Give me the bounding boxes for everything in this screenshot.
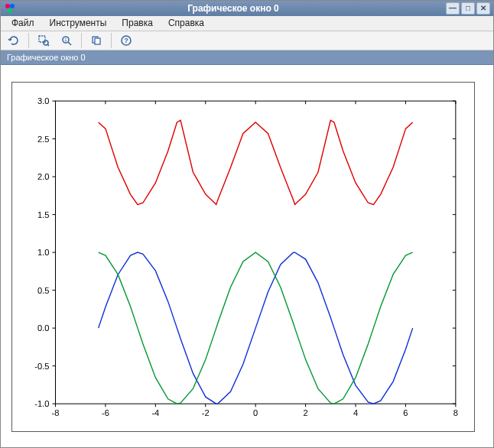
svg-text:2.5: 2.5 <box>37 134 49 143</box>
svg-text:3.0: 3.0 <box>37 96 49 106</box>
zoom-original-icon[interactable]: 1 <box>58 32 75 49</box>
svg-text:0: 0 <box>253 408 258 417</box>
svg-text:-2: -2 <box>202 408 210 417</box>
svg-text:?: ? <box>124 37 128 44</box>
svg-point-0 <box>5 4 10 8</box>
svg-text:1.5: 1.5 <box>37 209 49 219</box>
svg-text:6: 6 <box>403 408 408 417</box>
svg-point-1 <box>10 4 15 8</box>
content-area: -8-6-4-202468-1.0-0.50.00.51.01.52.02.53… <box>1 65 493 447</box>
svg-text:-0.5: -0.5 <box>34 361 49 370</box>
subheader: Графическое окно 0 <box>1 50 493 64</box>
svg-text:-8: -8 <box>52 408 60 417</box>
toolbar: 1 ? <box>1 31 493 50</box>
svg-text:-4: -4 <box>151 408 159 417</box>
app-window: Графическое окно 0 ― □ ✕ Файл Инструмент… <box>0 0 494 448</box>
maximize-button[interactable]: □ <box>461 2 475 15</box>
svg-rect-10 <box>95 38 100 44</box>
svg-text:2.0: 2.0 <box>37 172 49 181</box>
subheader-label: Графическое окно 0 <box>7 53 86 62</box>
chart: -8-6-4-202468-1.0-0.50.00.51.01.52.02.53… <box>18 93 466 425</box>
chart-frame: -8-6-4-202468-1.0-0.50.00.51.01.52.02.53… <box>11 82 475 432</box>
window-buttons: ― □ ✕ <box>446 2 490 15</box>
menu-help[interactable]: Справка <box>162 16 210 30</box>
window-title: Графическое окно 0 <box>21 3 446 14</box>
toolbar-separator <box>111 33 112 48</box>
app-icon <box>4 2 16 15</box>
svg-text:-6: -6 <box>102 408 109 417</box>
svg-text:1.0: 1.0 <box>37 248 49 257</box>
svg-line-5 <box>47 44 49 46</box>
titlebar: Графическое окно 0 ― □ ✕ <box>1 1 493 16</box>
svg-text:0.5: 0.5 <box>37 285 49 294</box>
close-button[interactable]: ✕ <box>476 2 490 15</box>
rotate-icon[interactable] <box>5 32 22 49</box>
svg-point-2 <box>8 8 12 13</box>
svg-text:4: 4 <box>353 408 358 417</box>
svg-line-7 <box>68 42 71 45</box>
menu-edit[interactable]: Правка <box>115 16 159 30</box>
zoom-area-icon[interactable] <box>35 32 52 49</box>
svg-text:2: 2 <box>304 408 308 417</box>
toolbar-separator <box>81 33 82 48</box>
svg-text:0.0: 0.0 <box>37 323 49 333</box>
svg-text:1: 1 <box>64 37 67 42</box>
help-icon[interactable]: ? <box>118 32 135 49</box>
svg-text:8: 8 <box>453 408 458 417</box>
svg-text:-1.0: -1.0 <box>34 399 49 408</box>
toolbar-separator <box>28 33 29 48</box>
minimize-button[interactable]: ― <box>446 2 460 15</box>
menubar: Файл Инструменты Правка Справка <box>1 16 493 31</box>
menu-tools[interactable]: Инструменты <box>44 16 113 30</box>
copy-icon[interactable] <box>88 32 105 49</box>
menu-file[interactable]: Файл <box>5 16 41 30</box>
